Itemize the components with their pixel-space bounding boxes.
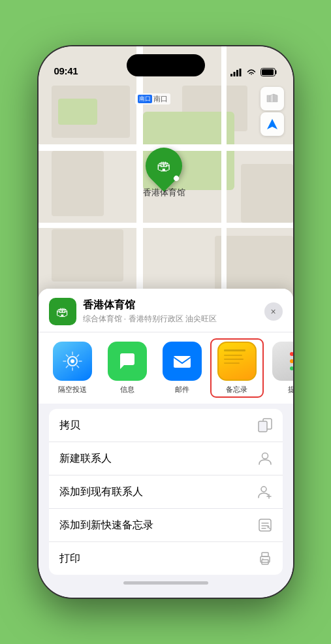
notes-icon bbox=[217, 342, 257, 381]
action-list: 拷贝 新建联系人 bbox=[49, 409, 283, 575]
action-add-notes[interactable]: 添加到新快速备忘录 bbox=[49, 509, 283, 542]
person-add-symbol bbox=[258, 485, 272, 499]
share-item-notes[interactable]: 备忘录 bbox=[213, 342, 260, 394]
map-label-nankou: 南口 南口 bbox=[135, 93, 170, 105]
map-area: 南口 南口 bbox=[39, 46, 293, 327]
map-controls bbox=[260, 87, 284, 136]
marker-pin: 🏟 bbox=[138, 140, 189, 191]
share-item-more[interactable]: 提 bbox=[268, 342, 293, 394]
more-icon bbox=[272, 342, 293, 381]
svg-point-16 bbox=[261, 487, 266, 492]
battery-icon bbox=[260, 68, 277, 76]
map-type-icon bbox=[266, 92, 279, 105]
location-name: 香港体育馆 bbox=[83, 298, 264, 312]
person-icon bbox=[258, 451, 272, 466]
status-icons bbox=[230, 68, 277, 76]
mail-label: 邮件 bbox=[175, 385, 189, 394]
messages-icon bbox=[108, 342, 147, 381]
svg-rect-2 bbox=[236, 70, 238, 76]
add-notes-label: 添加到新快速备忘录 bbox=[59, 519, 153, 532]
action-add-contact[interactable]: 添加到现有联系人 bbox=[49, 475, 283, 509]
share-item-mail[interactable]: 邮件 bbox=[159, 342, 206, 394]
notes-label: 备忘录 bbox=[226, 385, 247, 394]
copy-label: 拷贝 bbox=[59, 419, 80, 432]
home-indicator bbox=[123, 581, 208, 585]
svg-rect-0 bbox=[230, 74, 232, 76]
location-button[interactable] bbox=[260, 112, 284, 136]
location-info: 香港体育馆 综合体育馆 · 香港特别行政区 油尖旺区 bbox=[83, 298, 264, 325]
signal-icon bbox=[230, 69, 242, 76]
action-new-contact[interactable]: 新建联系人 bbox=[49, 442, 283, 475]
svg-marker-9 bbox=[267, 119, 277, 129]
phone-screen: 09:41 bbox=[39, 46, 293, 598]
location-header: 🏟 香港体育馆 综合体育馆 · 香港特别行政区 油尖旺区 × bbox=[39, 289, 293, 332]
svg-rect-6 bbox=[267, 95, 270, 102]
more-label: 提 bbox=[288, 385, 293, 394]
quick-notes-icon bbox=[258, 518, 272, 532]
mail-icon bbox=[163, 342, 202, 381]
phone-frame: 09:41 bbox=[39, 46, 293, 598]
messages-symbol bbox=[116, 350, 138, 372]
svg-point-15 bbox=[262, 453, 268, 459]
location-arrow-icon bbox=[266, 118, 278, 130]
dynamic-island bbox=[127, 54, 205, 76]
location-icon: 🏟 bbox=[49, 298, 76, 325]
svg-rect-3 bbox=[239, 69, 241, 76]
svg-rect-12 bbox=[174, 356, 191, 368]
person-add-icon bbox=[258, 485, 272, 499]
quick-notes-symbol bbox=[258, 518, 272, 532]
add-contact-label: 添加到现有联系人 bbox=[59, 485, 143, 499]
action-copy[interactable]: 拷贝 bbox=[49, 409, 283, 442]
share-item-messages[interactable]: 信息 bbox=[104, 342, 151, 394]
new-contact-label: 新建联系人 bbox=[59, 452, 112, 466]
svg-point-11 bbox=[71, 359, 74, 363]
stadium-marker: 🏟 香港体育馆 bbox=[143, 148, 185, 199]
bottom-sheet: 🏟 香港体育馆 综合体育馆 · 香港特别行政区 油尖旺区 × bbox=[39, 289, 293, 598]
svg-rect-1 bbox=[233, 72, 235, 76]
close-icon: × bbox=[270, 306, 276, 317]
stadium-icon: 🏟 bbox=[157, 157, 171, 174]
messages-label: 信息 bbox=[120, 385, 134, 394]
close-button[interactable]: × bbox=[264, 302, 283, 321]
share-row: 隔空投送 信息 bbox=[39, 332, 293, 404]
svg-rect-17 bbox=[259, 519, 271, 531]
svg-marker-8 bbox=[274, 94, 277, 102]
person-symbol bbox=[258, 451, 272, 466]
airdrop-label: 隔空投送 bbox=[58, 385, 87, 394]
map-type-button[interactable] bbox=[260, 87, 284, 110]
svg-rect-19 bbox=[262, 553, 268, 556]
copy-icon bbox=[258, 418, 272, 432]
status-time: 09:41 bbox=[54, 65, 78, 76]
print-icon bbox=[258, 551, 272, 566]
mail-symbol bbox=[171, 350, 193, 372]
copy-symbol bbox=[258, 418, 272, 432]
svg-rect-5 bbox=[262, 69, 274, 75]
print-label: 打印 bbox=[59, 552, 80, 566]
airdrop-icon bbox=[53, 342, 92, 381]
nankou-tag: 南口 bbox=[138, 95, 152, 103]
nankou-text: 南口 bbox=[153, 94, 168, 104]
svg-marker-7 bbox=[270, 94, 274, 102]
svg-point-21 bbox=[262, 558, 263, 560]
location-subtitle: 综合体育馆 · 香港特别行政区 油尖旺区 bbox=[83, 314, 264, 325]
airdrop-symbol bbox=[62, 351, 83, 372]
share-item-airdrop[interactable]: 隔空投送 bbox=[49, 342, 96, 394]
print-symbol bbox=[258, 551, 272, 566]
action-print[interactable]: 打印 bbox=[49, 542, 283, 575]
wifi-icon bbox=[246, 69, 257, 76]
svg-rect-14 bbox=[259, 421, 267, 432]
